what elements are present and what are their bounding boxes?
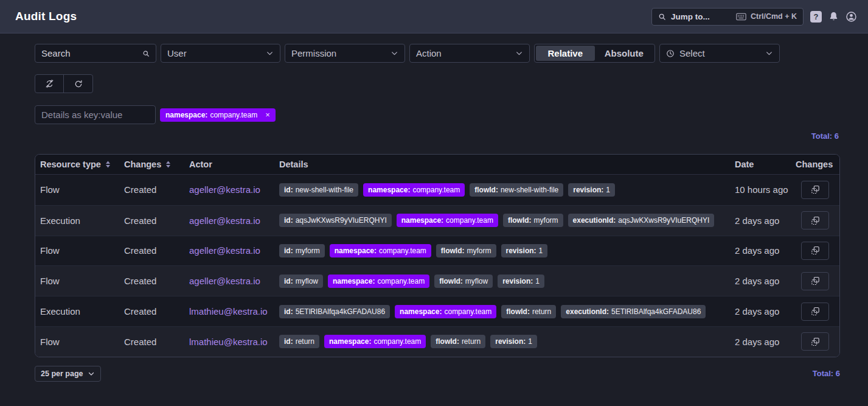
detail-badge: flowId:return [501, 305, 556, 318]
column-header-changes[interactable]: Changes [119, 159, 184, 169]
change-cell: Created [119, 184, 184, 195]
view-changes-button[interactable] [801, 211, 829, 229]
detail-badge: revision:1 [490, 335, 537, 348]
table-footer: 25 per page Total: 6 [35, 366, 840, 382]
search-icon [142, 50, 150, 57]
permission-filter-select[interactable]: Permission [285, 44, 405, 63]
sort-icon [165, 161, 171, 168]
change-cell: Created [119, 245, 184, 256]
table-row: Flow Created ageller@kestra.io id:myflow… [35, 265, 839, 296]
actor-link[interactable]: lmathieu@kestra.io [189, 306, 268, 317]
absolute-toggle-button[interactable]: Absolute [595, 46, 654, 61]
actor-link[interactable]: lmathieu@kestra.io [189, 337, 268, 347]
namespace-badge: namespace:company.team [324, 335, 426, 348]
help-button[interactable]: ? [810, 11, 822, 23]
resource-type-cell: Execution [35, 306, 119, 317]
actor-link[interactable]: ageller@kestra.io [189, 215, 260, 226]
tag-key: namespace: [165, 111, 207, 119]
column-header-details: Details [274, 159, 730, 169]
namespace-badge: namespace:company.team [363, 183, 465, 197]
page-title: Audit Logs [15, 10, 77, 23]
column-header-resource-type[interactable]: Resource type [35, 159, 119, 169]
sort-icon [105, 161, 111, 168]
detail-badge: executionId:5ETlRIBAlfqa4kGFADAU86 [561, 305, 706, 318]
view-changes-button[interactable] [801, 181, 829, 199]
shortcut-hint: Ctrl/Cmd + K [751, 12, 797, 21]
diff-copy-icon [810, 337, 821, 347]
details-filter [35, 105, 156, 124]
sync-disabled-icon [44, 79, 55, 89]
chevron-down-icon [391, 49, 398, 57]
detail-badge: flowId:myform [503, 214, 563, 227]
per-page-select[interactable]: 25 per page [35, 366, 101, 382]
detail-badge: id:myflow [279, 275, 323, 288]
search-input[interactable] [41, 48, 142, 58]
change-cell: Created [119, 306, 184, 317]
notifications-button[interactable] [828, 11, 839, 22]
total-count-bottom: Total: 6 [813, 369, 840, 378]
audit-logs-table: Resource type Changes Actor Details Date… [35, 154, 840, 357]
details-cell: id:new-shell-with-file namespace:company… [274, 183, 730, 197]
refresh-controls [35, 74, 840, 93]
chevron-down-icon [515, 49, 523, 57]
diff-copy-icon [810, 245, 821, 256]
resource-type-cell: Flow [35, 276, 119, 286]
table-row: Flow Created lmathieu@kestra.io id:retur… [35, 326, 839, 357]
view-changes-button[interactable] [801, 272, 829, 290]
avatar-icon [845, 11, 857, 23]
detail-badge: revision:1 [568, 183, 615, 197]
date-cell: 2 days ago [730, 215, 791, 226]
view-changes-button[interactable] [801, 242, 829, 260]
detail-badge: flowId:new-shell-with-file [470, 183, 563, 197]
table-row: Execution Created ageller@kestra.io id:a… [35, 205, 839, 236]
table-row: Execution Created lmathieu@kestra.io id:… [35, 296, 839, 326]
jump-to-placeholder: Jump to... [671, 12, 710, 21]
table-row: Flow Created ageller@kestra.io id:myform… [35, 236, 839, 266]
change-cell: Created [119, 337, 184, 347]
user-filter-select[interactable]: User [161, 44, 280, 63]
resource-type-cell: Flow [35, 184, 119, 195]
details-cell: id:aqsJwKXwsR9yVIuERQHYI namespace:compa… [274, 214, 730, 227]
resource-type-cell: Execution [35, 215, 119, 226]
details-cell: id:5ETlRIBAlfqa4kGFADAU86 namespace:comp… [274, 305, 730, 318]
user-menu-button[interactable] [845, 11, 857, 23]
action-filter-select[interactable]: Action [409, 44, 530, 63]
detail-badge: id:5ETlRIBAlfqa4kGFADAU86 [279, 305, 390, 318]
diff-copy-icon [810, 276, 821, 286]
actor-link[interactable]: ageller@kestra.io [189, 245, 260, 256]
detail-badge: flowId:return [431, 335, 485, 348]
total-count-top: Total: 6 [35, 131, 839, 141]
details-cell: id:myflow namespace:company.team flowId:… [274, 275, 730, 288]
actor-link[interactable]: ageller@kestra.io [189, 276, 260, 286]
relative-toggle-button[interactable]: Relative [536, 46, 595, 61]
jump-to-search[interactable]: Jump to... Ctrl/Cmd + K [651, 8, 804, 26]
view-changes-button[interactable] [801, 332, 829, 351]
chevron-down-icon [88, 370, 95, 377]
view-changes-button[interactable] [801, 303, 829, 321]
change-cell: Created [119, 276, 184, 286]
bell-icon [828, 11, 839, 22]
chevron-down-icon [765, 49, 773, 57]
detail-badge: flowId:myform [436, 244, 496, 257]
refresh-button[interactable] [64, 75, 92, 93]
close-icon[interactable]: × [265, 111, 270, 119]
actor-link[interactable]: ageller@kestra.io [189, 184, 260, 195]
date-cell: 2 days ago [730, 337, 791, 347]
audit-logs-page: User Permission Action Relative Absolute [0, 33, 868, 382]
detail-badge: id:aqsJwKXwsR9yVIuERQHYI [279, 214, 392, 227]
active-filter-tag: namespace: company.team × [160, 108, 276, 122]
details-input[interactable] [41, 110, 149, 120]
resource-type-cell: Flow [35, 337, 119, 347]
time-mode-toggle: Relative Absolute [534, 44, 655, 63]
namespace-badge: namespace:company.team [328, 275, 429, 288]
diff-copy-icon [810, 306, 821, 317]
auto-refresh-toggle-button[interactable] [35, 75, 64, 93]
per-page-label: 25 per page [41, 369, 83, 378]
question-mark-icon: ? [814, 12, 819, 21]
detail-badge: executionId:aqsJwKXwsR9yVIuERQHYI [568, 214, 715, 227]
details-filter-row: namespace: company.team × [35, 105, 840, 124]
details-cell: id:myform namespace:company.team flowId:… [274, 244, 730, 257]
time-range-select[interactable]: Select [659, 44, 780, 63]
keyboard-icon [736, 13, 746, 21]
tag-value: company.team [210, 111, 257, 119]
